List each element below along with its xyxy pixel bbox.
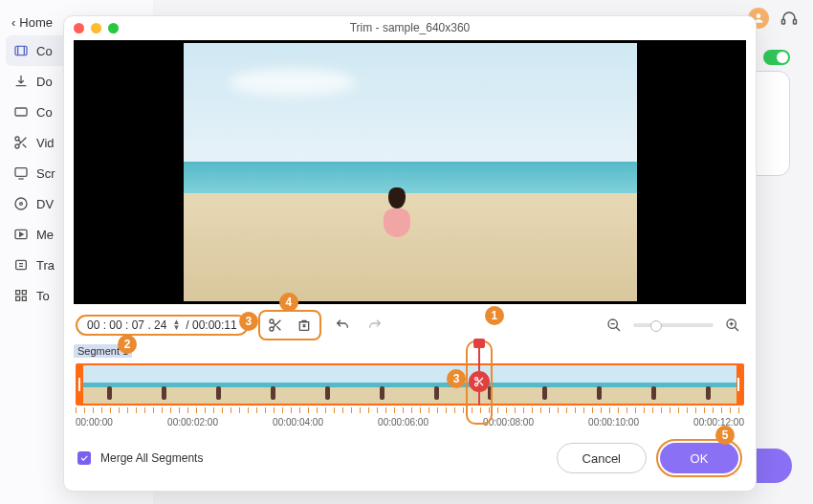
cancel-button[interactable]: Cancel bbox=[557, 443, 647, 473]
timeline-ruler: 00:00:00 00:00:02:00 00:00:04:00 00:00:0… bbox=[76, 413, 744, 427]
cut-delete-group bbox=[258, 310, 321, 340]
screen-icon bbox=[13, 165, 29, 181]
grid-icon bbox=[13, 288, 29, 303]
svg-rect-14 bbox=[782, 20, 785, 25]
svg-point-3 bbox=[15, 144, 19, 148]
svg-rect-12 bbox=[22, 296, 26, 300]
film-icon bbox=[13, 43, 29, 58]
svg-rect-11 bbox=[16, 296, 20, 300]
disc-icon bbox=[13, 196, 29, 211]
svg-rect-8 bbox=[16, 260, 27, 269]
trim-handle-right[interactable] bbox=[736, 365, 742, 404]
transfer-icon bbox=[13, 257, 29, 273]
zoom-controls bbox=[603, 314, 744, 337]
annotation-badge-4: 4 bbox=[279, 293, 298, 312]
annotation-badge-3b: 3 bbox=[447, 369, 466, 388]
controls-row: 00 : 00 : 07 . 24 ▲▼ / 00:00:11 4 3 1 bbox=[64, 304, 756, 340]
svg-rect-1 bbox=[15, 108, 27, 116]
zoom-in-button[interactable] bbox=[721, 314, 744, 337]
playhead-scissors-icon[interactable] bbox=[469, 371, 490, 392]
current-time: 00 : 00 : 07 . 24 bbox=[87, 318, 166, 332]
timeline-thumbnails bbox=[83, 365, 736, 404]
svg-rect-4 bbox=[15, 168, 27, 177]
delete-segment-button[interactable] bbox=[293, 314, 316, 337]
video-preview[interactable] bbox=[74, 40, 746, 304]
minimize-window-icon[interactable] bbox=[91, 23, 101, 33]
svg-rect-15 bbox=[794, 20, 797, 25]
redo-button[interactable] bbox=[363, 314, 386, 337]
svg-point-6 bbox=[20, 203, 23, 206]
download-icon bbox=[13, 74, 29, 89]
annotation-badge-3a: 3 bbox=[239, 312, 258, 331]
playhead-marker-icon bbox=[473, 339, 485, 348]
dialog-footer: Merge All Segments Cancel 5 OK bbox=[64, 427, 756, 491]
merge-label: Merge All Segments bbox=[100, 451, 203, 465]
close-window-icon[interactable] bbox=[74, 23, 84, 33]
timeline-area: 2 Segment 1 3 00:00:00 00:00:02:00 00:00… bbox=[64, 340, 756, 427]
annotation-badge-5: 5 bbox=[715, 426, 735, 445]
svg-point-13 bbox=[757, 13, 761, 18]
svg-point-2 bbox=[15, 137, 19, 141]
svg-rect-10 bbox=[22, 291, 26, 295]
zoom-out-button[interactable] bbox=[603, 314, 626, 337]
scissors-icon bbox=[13, 135, 29, 150]
dialog-title: Trim - sample_640x360 bbox=[350, 21, 471, 34]
compress-icon bbox=[13, 104, 29, 120]
svg-rect-0 bbox=[15, 46, 27, 55]
cut-button[interactable] bbox=[264, 314, 287, 337]
window-controls bbox=[74, 23, 119, 33]
ok-button[interactable]: OK bbox=[660, 443, 738, 473]
back-label: Home bbox=[19, 15, 53, 30]
undo-button[interactable] bbox=[331, 314, 354, 337]
zoom-slider[interactable] bbox=[633, 323, 714, 327]
annotation-badge-1: 1 bbox=[485, 306, 504, 325]
svg-point-5 bbox=[15, 198, 27, 209]
annotation-badge-2: 2 bbox=[118, 335, 137, 354]
maximize-window-icon[interactable] bbox=[108, 23, 119, 33]
dialog-titlebar: Trim - sample_640x360 bbox=[64, 16, 756, 38]
total-time: / 00:00:11 bbox=[186, 318, 236, 332]
feature-toggle[interactable] bbox=[763, 50, 790, 65]
merge-checkbox[interactable] bbox=[77, 451, 91, 465]
ok-button-highlight: 5 OK bbox=[656, 439, 742, 477]
time-stepper[interactable]: ▲▼ bbox=[172, 319, 180, 331]
playhead[interactable]: 3 bbox=[466, 340, 493, 425]
timeline-track[interactable] bbox=[76, 363, 744, 405]
trim-dialog: Trim - sample_640x360 00 : 00 : 07 . 24 … bbox=[63, 15, 757, 492]
chevron-left-icon: ‹ bbox=[11, 15, 15, 30]
timecode-input[interactable]: 00 : 00 : 07 . 24 ▲▼ / 00:00:11 bbox=[76, 315, 249, 336]
support-icon[interactable] bbox=[779, 8, 800, 29]
svg-rect-9 bbox=[16, 291, 20, 295]
media-icon bbox=[13, 227, 29, 242]
preview-frame bbox=[184, 43, 637, 301]
